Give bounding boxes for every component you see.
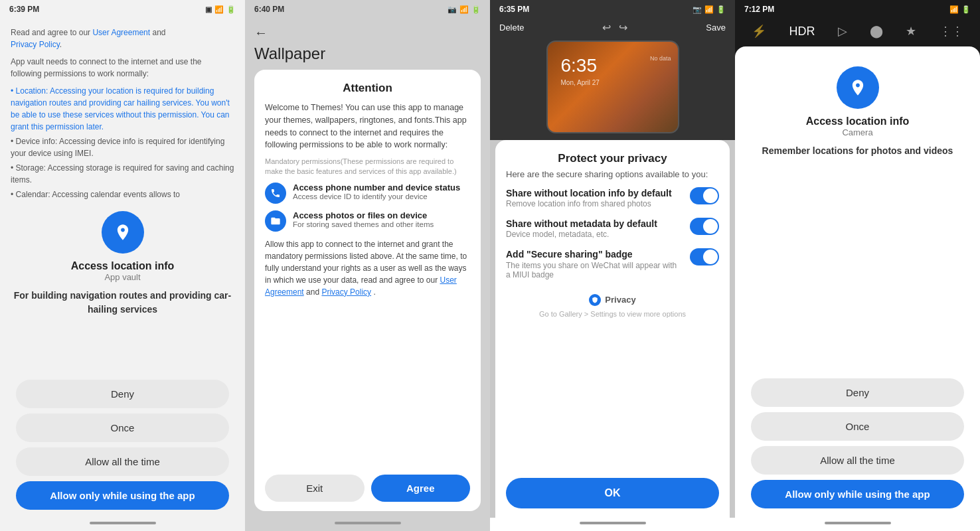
delete-button[interactable]: Delete: [499, 23, 525, 33]
perm-buttons-4: Deny Once Allow all the time Allow only …: [746, 378, 969, 508]
location-icon-1: [102, 211, 144, 254]
privacy-dialog: Protect your privacy Here are the secure…: [495, 140, 730, 518]
mandatory-note: Mandatory permissions(These permissions …: [265, 157, 470, 177]
perm-item-2: Access photos or files on device For sto…: [265, 210, 470, 232]
once-button-4[interactable]: Once: [751, 412, 964, 441]
privacy-policy-link-2[interactable]: Privacy Policy: [321, 287, 371, 297]
folder-icon: [270, 216, 281, 226]
appvault-text: App vault needs to connect to the intern…: [11, 56, 234, 80]
time-2: 6:40 PM: [254, 5, 284, 14]
attention-dialog: Attention Welcome to Themes! You can use…: [254, 70, 481, 511]
perm-item-1: Access phone number and device status Ac…: [265, 183, 470, 204]
time-4: 7:12 PM: [744, 5, 774, 14]
bullet-location: • Location: Accessing your location is r…: [11, 85, 234, 133]
exit-button[interactable]: Exit: [265, 475, 365, 502]
deny-button-4[interactable]: Deny: [751, 378, 964, 407]
attention-body: Welcome to Themes! You can use this app …: [265, 102, 470, 151]
redo-button[interactable]: ↪: [619, 21, 627, 34]
toggle-row-3: Add "Secure sharing" badge The items you…: [506, 248, 719, 279]
bottom-bar-3: [490, 518, 735, 531]
privacy-heading: Protect your privacy: [506, 152, 719, 165]
access-desc-1: For building navigation routes and provi…: [11, 289, 234, 317]
toggle-desc-3: The items you share on WeChat will appea…: [506, 261, 683, 279]
status-bar-2: 6:40 PM 📷 📶 🔋: [245, 0, 490, 19]
time-3: 6:35 PM: [499, 5, 529, 14]
access-desc-4: Remember locations for photos and videos: [762, 144, 953, 158]
location-pin-icon-4: [849, 78, 867, 97]
privacy-footer-label: Privacy: [605, 295, 635, 305]
privacy-shield-icon: [592, 297, 598, 303]
toggle-text-1: Share without location info by default R…: [506, 187, 672, 208]
dialog-buttons: Exit Agree: [265, 469, 470, 502]
more-icon[interactable]: ⋮⋮: [937, 21, 966, 41]
perm-icon-phone: [265, 183, 286, 204]
deny-button-1[interactable]: Deny: [16, 380, 229, 408]
toggle-desc-2: Device model, metadata, etc.: [506, 230, 657, 239]
toggle-text-2: Share without metadata by default Device…: [506, 218, 657, 239]
allow-all-button-1[interactable]: Allow all the time: [16, 447, 229, 476]
bullet-storage: • Storage: Accessing storage is required…: [11, 162, 234, 186]
user-agreement-link-1[interactable]: User Agreement: [92, 28, 150, 37]
access-title-4: Access location info: [806, 115, 910, 127]
location-icon-4: [837, 66, 879, 109]
privacy-footer-subtext: Go to Gallery > Settings to view more op…: [506, 310, 719, 318]
location-pin-icon-1: [114, 223, 132, 242]
ok-button[interactable]: OK: [506, 478, 719, 508]
flash-off-icon[interactable]: ⚡: [749, 21, 769, 41]
status-icons-2: 📷 📶 🔋: [448, 5, 481, 14]
agree-button[interactable]: Agree: [371, 475, 471, 502]
once-button-1[interactable]: Once: [16, 414, 229, 442]
access-location-section: Access location info App vault For build…: [11, 211, 234, 327]
bottom-line-2: [335, 522, 401, 524]
status-bar-1: 6:39 PM ▣ 📶 🔋: [0, 0, 245, 19]
toggle-label-2: Share without metadata by default: [506, 218, 657, 230]
panel1-body: Read and agree to our User Agreement and…: [0, 19, 245, 518]
back-arrow[interactable]: ←: [254, 25, 481, 40]
toggle-switch-2[interactable]: [690, 218, 719, 235]
perm-buttons-1: Deny Once Allow all the time Allow only …: [11, 380, 234, 510]
bullet-calendar: • Calendar: Accessing calendar events al…: [11, 189, 234, 200]
perm-icon-files: [265, 210, 286, 232]
record-icon[interactable]: ⬤: [867, 21, 886, 41]
panel4-inner: Access location info Camera Remember loc…: [746, 60, 969, 508]
editor-arrows: ↩ ↪: [602, 21, 627, 34]
toggle-text-3: Add "Secure sharing" badge The items you…: [506, 248, 683, 279]
camera-toolbar: ⚡ HDR ▷ ⬤ ★ ⋮⋮: [735, 19, 980, 46]
save-button[interactable]: Save: [706, 23, 726, 33]
privacy-footer: Privacy: [506, 294, 719, 306]
time-1: 6:39 PM: [9, 5, 39, 14]
preview-weather: No data: [650, 55, 671, 62]
bullet-device: • Device info: Accessing device info is …: [11, 135, 234, 159]
toggle-label-3: Add "Secure sharing" badge: [506, 248, 683, 260]
status-icons-3: 📷 📶 🔋: [693, 5, 726, 14]
privacy-subtext: Here are the secure sharing options avai…: [506, 169, 719, 179]
status-icons-4: 📶 🔋: [949, 5, 971, 14]
perm-text-1: Access phone number and device status Ac…: [293, 183, 460, 200]
bottom-bar-1: [0, 518, 245, 531]
undo-button[interactable]: ↩: [602, 21, 611, 34]
status-icons-1: ▣ 📶 🔋: [205, 5, 236, 14]
toggle-switch-3[interactable]: [690, 248, 719, 266]
access-subtitle-4: Camera: [842, 127, 872, 137]
bottom-bar-2: [245, 518, 490, 531]
panel-wallpaper: 6:40 PM 📷 📶 🔋 ← Wallpaper Attention Welc…: [245, 0, 490, 531]
toggle-switch-1[interactable]: [690, 187, 719, 204]
allow-all-button-4[interactable]: Allow all the time: [751, 446, 964, 475]
hdr-icon[interactable]: HDR: [786, 22, 817, 41]
bottom-line-3: [580, 522, 646, 524]
attention-heading: Attention: [265, 82, 470, 95]
allow-while-button-4[interactable]: Allow only while using the app: [751, 480, 964, 508]
preview-time: 6:35: [561, 55, 598, 76]
star-icon[interactable]: ★: [903, 21, 919, 41]
allow-while-button-1[interactable]: Allow only while using the app: [16, 481, 229, 510]
phone-icon: [270, 188, 281, 198]
phone-preview: 6:35 Mon, April 27 No data: [546, 40, 679, 133]
filter-icon[interactable]: ▷: [835, 21, 850, 41]
access-location-section-4: Access location info Camera Remember loc…: [746, 66, 969, 169]
editor-toolbar: Delete ↩ ↪ Save: [490, 19, 735, 40]
panel-appvault: 6:39 PM ▣ 📶 🔋 Read and agree to our User…: [0, 0, 245, 531]
privacy-policy-link-1[interactable]: Privacy Policy: [11, 40, 60, 49]
access-title-1: Access location info: [71, 260, 175, 272]
status-bar-3: 6:35 PM 📷 📶 🔋: [490, 0, 735, 19]
camera-perm-dialog: Access location info Camera Remember loc…: [735, 46, 980, 518]
